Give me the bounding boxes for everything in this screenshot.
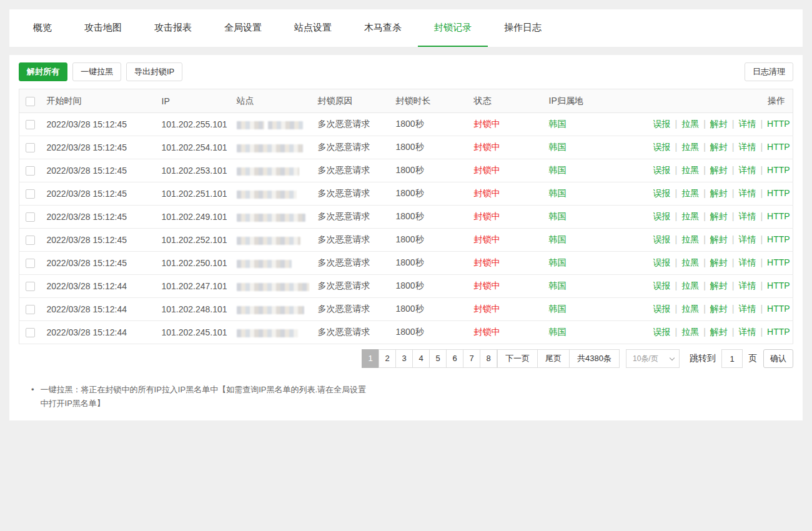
action-link-misreport[interactable]: 误报 (653, 119, 671, 129)
action-link-misreport[interactable]: 误报 (653, 257, 671, 267)
action-link-unblock[interactable]: 解封 (710, 211, 728, 221)
action-link-unblock[interactable]: 解封 (710, 142, 728, 152)
action-link-blacklist[interactable]: 拉黑 (681, 188, 699, 198)
row-checkbox[interactable] (26, 166, 35, 176)
action-separator: | (703, 165, 706, 175)
cell-actions: 误报|拉黑|解封|详情|HTTP (648, 252, 793, 275)
row-checkbox[interactable] (26, 305, 35, 314)
action-link-blacklist[interactable]: 拉黑 (681, 280, 699, 290)
action-link-details[interactable]: 详情 (738, 280, 756, 290)
cell-actions: 误报|拉黑|解封|详情|HTTP (648, 298, 793, 321)
page-button-1[interactable]: 1 (362, 349, 379, 368)
tab-item-7[interactable]: 操作日志 (488, 9, 558, 47)
cell-status: 封锁中 (469, 159, 544, 182)
cell-site-redacted (232, 298, 313, 321)
action-link-unblock[interactable]: 解封 (710, 257, 728, 267)
page-button-8[interactable]: 8 (480, 349, 497, 368)
action-link-http[interactable]: HTTP (767, 165, 790, 175)
action-link-blacklist[interactable]: 拉黑 (681, 211, 699, 221)
action-link-blacklist[interactable]: 拉黑 (681, 165, 699, 175)
action-link-http[interactable]: HTTP (767, 119, 790, 129)
action-link-unblock[interactable]: 解封 (710, 188, 728, 198)
jump-confirm-button[interactable]: 确认 (763, 349, 793, 368)
tab-item-0[interactable]: 概览 (17, 9, 68, 47)
log-clean-button[interactable]: 日志清理 (745, 62, 793, 81)
row-checkbox[interactable] (26, 282, 35, 291)
action-link-details[interactable]: 详情 (738, 327, 756, 337)
action-link-http[interactable]: HTTP (767, 188, 790, 198)
action-link-misreport[interactable]: 误报 (653, 142, 671, 152)
action-separator: | (732, 142, 735, 152)
row-checkbox[interactable] (26, 143, 35, 152)
action-link-unblock[interactable]: 解封 (710, 234, 728, 244)
action-link-details[interactable]: 详情 (738, 304, 756, 314)
action-link-http[interactable]: HTTP (767, 257, 790, 267)
table-row: 2022/03/28 15:12:44 101.202.248.101 多次恶意… (19, 298, 793, 321)
action-link-misreport[interactable]: 误报 (653, 188, 671, 198)
action-link-blacklist[interactable]: 拉黑 (681, 327, 699, 337)
page-button-7[interactable]: 7 (463, 349, 480, 368)
action-link-misreport[interactable]: 误报 (653, 327, 671, 337)
action-link-details[interactable]: 详情 (738, 211, 756, 221)
row-checkbox[interactable] (26, 236, 35, 245)
action-link-details[interactable]: 详情 (738, 142, 756, 152)
action-link-unblock[interactable]: 解封 (710, 327, 728, 337)
bullet-icon: • (31, 383, 34, 410)
next-page-button[interactable]: 下一页 (497, 349, 538, 368)
tab-item-3[interactable]: 全局设置 (208, 9, 278, 47)
row-checkbox[interactable] (26, 212, 35, 222)
action-link-misreport[interactable]: 误报 (653, 211, 671, 221)
select-all-checkbox[interactable] (26, 97, 35, 106)
action-link-misreport[interactable]: 误报 (653, 234, 671, 244)
action-link-details[interactable]: 详情 (738, 257, 756, 267)
page-button-4[interactable]: 4 (412, 349, 430, 368)
action-separator: | (675, 188, 678, 198)
export-blocked-ip-button[interactable]: 导出封锁IP (126, 62, 182, 81)
row-checkbox[interactable] (26, 328, 35, 337)
last-page-button[interactable]: 尾页 (537, 349, 570, 368)
page-button-5[interactable]: 5 (429, 349, 447, 368)
row-checkbox[interactable] (26, 120, 35, 129)
blacklist-all-button[interactable]: 一键拉黑 (72, 62, 121, 81)
row-checkbox[interactable] (26, 259, 35, 268)
action-link-unblock[interactable]: 解封 (710, 165, 728, 175)
action-link-http[interactable]: HTTP (767, 280, 790, 290)
action-link-blacklist[interactable]: 拉黑 (681, 119, 699, 129)
action-link-http[interactable]: HTTP (767, 211, 790, 221)
action-link-misreport[interactable]: 误报 (653, 304, 671, 314)
action-link-http[interactable]: HTTP (767, 327, 790, 337)
action-link-http[interactable]: HTTP (767, 142, 790, 152)
action-link-blacklist[interactable]: 拉黑 (681, 257, 699, 267)
page-size-select[interactable]: 10条/页 (626, 349, 680, 368)
row-checkbox[interactable] (26, 189, 35, 199)
cell-ip-location: 韩国 (544, 136, 648, 159)
tab-item-1[interactable]: 攻击地图 (68, 9, 138, 47)
action-link-unblock[interactable]: 解封 (710, 280, 728, 290)
unblock-all-button[interactable]: 解封所有 (19, 62, 67, 81)
action-link-misreport[interactable]: 误报 (653, 165, 671, 175)
tab-item-2[interactable]: 攻击报表 (138, 9, 208, 47)
redacted-site-name (237, 283, 309, 291)
tab-item-6[interactable]: 封锁记录 (418, 9, 488, 47)
action-link-details[interactable]: 详情 (738, 119, 756, 129)
page-button-6[interactable]: 6 (446, 349, 463, 368)
tab-item-4[interactable]: 站点设置 (278, 9, 348, 47)
tab-item-5[interactable]: 木马查杀 (348, 9, 418, 47)
action-link-unblock[interactable]: 解封 (710, 119, 728, 129)
page-button-2[interactable]: 2 (379, 349, 396, 368)
jump-page-input[interactable] (721, 349, 743, 368)
action-link-misreport[interactable]: 误报 (653, 280, 671, 290)
action-link-details[interactable]: 详情 (738, 165, 756, 175)
action-link-blacklist[interactable]: 拉黑 (681, 142, 699, 152)
action-link-details[interactable]: 详情 (738, 234, 756, 244)
action-link-http[interactable]: HTTP (767, 234, 790, 244)
action-link-blacklist[interactable]: 拉黑 (681, 304, 699, 314)
page-button-3[interactable]: 3 (395, 349, 413, 368)
action-link-unblock[interactable]: 解封 (710, 304, 728, 314)
action-link-blacklist[interactable]: 拉黑 (681, 234, 699, 244)
cell-start-time: 2022/03/28 15:12:45 (42, 229, 157, 252)
cell-ip: 101.202.253.101 (157, 159, 232, 182)
action-link-details[interactable]: 详情 (738, 188, 756, 198)
action-link-http[interactable]: HTTP (767, 304, 790, 314)
table-row: 2022/03/28 15:12:45 101.202.255.101 多次恶意… (19, 113, 793, 136)
